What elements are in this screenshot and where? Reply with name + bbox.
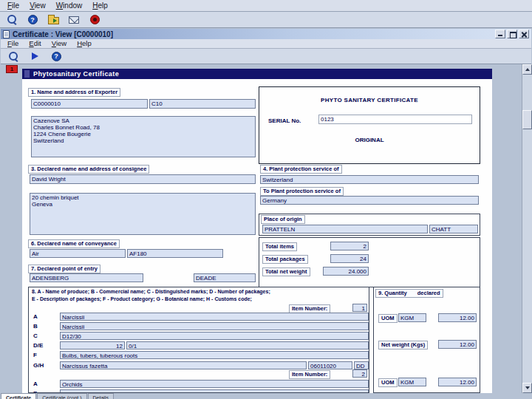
exporter-code2-field[interactable]: C10 (149, 99, 256, 109)
menu-help[interactable]: Help (72, 39, 97, 48)
close-button[interactable] (519, 30, 529, 38)
child-menubar: File Edit View Help (1, 39, 531, 49)
run-button[interactable] (27, 50, 42, 63)
tab-details[interactable]: Details (88, 393, 114, 399)
quantity-field[interactable]: 12.00 (438, 378, 477, 386)
mail-button[interactable] (66, 13, 81, 27)
certificate-form: 1. Name and address of Exporter C0000010… (22, 79, 492, 393)
record-icon (90, 15, 100, 24)
scroll-down-icon (525, 386, 530, 389)
customs-code-field[interactable]: 06011020 (308, 361, 352, 369)
menu-view[interactable]: View (47, 39, 72, 48)
total-packages-field[interactable]: 24 (330, 254, 369, 263)
consignee-name-field[interactable]: David Wright (30, 174, 256, 184)
total-items-field[interactable]: 2 (330, 242, 369, 250)
item-number-field[interactable]: 2 (352, 369, 367, 378)
conveyance-code-field[interactable]: AF180 (127, 249, 223, 258)
entry-field[interactable]: ADENSBERG (30, 273, 143, 282)
entry-code-field[interactable]: DEADE (194, 273, 256, 282)
item-number-field[interactable]: 1 (352, 304, 367, 312)
exporter-code-field[interactable]: C0000010 (31, 99, 148, 109)
menu-file[interactable]: File (2, 1, 24, 11)
total-items-label: Total items (262, 242, 297, 251)
certificate-doc-icon (3, 30, 10, 38)
scroll-down-button[interactable] (522, 383, 532, 393)
minimize-button[interactable] (495, 30, 505, 38)
protection-label: 4. Plant protection service of (260, 165, 342, 174)
packages-desc-field[interactable]: 0/1 (126, 341, 369, 349)
vertical-scrollbar[interactable] (522, 64, 532, 393)
origin-code-field[interactable]: CHATT (429, 225, 478, 233)
origin-box: Place of origin PRATTELN CHATT (259, 214, 480, 236)
form-title-bar: Phytosanitary Certificate (22, 69, 492, 79)
help-button[interactable] (25, 13, 40, 27)
serial-field[interactable]: 0123 (318, 115, 472, 124)
scrollbar-thumb[interactable] (522, 110, 532, 129)
quantity-box: 9. Quantitydeclared UOM KGM 12.00 Net we… (373, 287, 480, 393)
search-button[interactable] (6, 50, 21, 63)
tab-certificate[interactable]: Certificate (1, 393, 36, 399)
protection-field[interactable]: Switzerland (260, 175, 479, 184)
form-title: Phytosanitary Certificate (33, 70, 119, 78)
botanical-name-field[interactable]: Narcissus fazetta (60, 361, 307, 369)
total-net-weight-field[interactable]: 24.000 (323, 267, 369, 276)
produce-name-field[interactable]: Narcissii (60, 313, 369, 321)
packages-count-field[interactable]: 12 (60, 341, 125, 349)
search-icon (9, 52, 18, 61)
uom-field[interactable]: KGM (398, 378, 426, 386)
consignee-label: 3. Declared name and address of consigne… (28, 165, 149, 174)
commercial-name-field[interactable]: Narcissii (60, 322, 369, 330)
produce-box: 8. A - Name of produce; B - Commercial n… (28, 287, 369, 393)
consignee-address-field[interactable]: 20 chemin briquet Geneva (30, 193, 256, 235)
uom-field[interactable]: KGM (398, 313, 426, 322)
distinguished-marks-field[interactable]: D12/30 (60, 332, 369, 340)
record-index-tab[interactable]: 1 (6, 65, 18, 73)
menu-window[interactable]: Window (51, 1, 88, 11)
play-icon (32, 52, 38, 60)
serial-label: SERIAL No. (268, 117, 301, 124)
protection-to-label: To Plant protection service of (260, 187, 344, 196)
quantity-label-part1: 9. Quantity (378, 290, 407, 296)
mail-icon (69, 16, 79, 24)
record-button[interactable] (87, 13, 102, 27)
product-category-field[interactable]: Bulbs, tubers, tuberous roots (60, 351, 369, 359)
exporter-address-line: Charles Bonnet Road, 78 (33, 124, 253, 131)
app-menubar: File View Window Help (0, 0, 532, 12)
row-key-c: C (33, 332, 38, 339)
entry-label: 7. Declared point of entry (28, 265, 100, 273)
produce-name-field[interactable]: Orchids (60, 380, 369, 388)
uom-label: UOM (378, 378, 398, 387)
help-button[interactable] (49, 50, 64, 63)
tab-certificate-cont[interactable]: Certificate (cont.) (37, 393, 86, 399)
exporter-address-line: 1224 Chene Bougerie (33, 131, 253, 137)
bottom-tab-strip: Certificate Certificate (cont.) Details (1, 393, 114, 399)
item-number-label: Item Number: (289, 370, 330, 379)
origin-field[interactable]: PRATTELN (262, 225, 428, 233)
menu-file[interactable]: File (2, 39, 24, 48)
total-net-weight-label: Total net weight (262, 267, 310, 276)
open-button[interactable] (46, 13, 61, 27)
menu-edit[interactable]: Edit (24, 39, 46, 48)
customs-suffix-field[interactable]: DD (354, 361, 369, 369)
child-window-titlebar[interactable]: Certificate : View [C0000010] (1, 29, 531, 39)
net-weight-label: Net weight (Kgs) (378, 341, 428, 349)
totals-box: Total items 2 Total packages 24 Total ne… (259, 237, 480, 287)
menu-view[interactable]: View (24, 1, 51, 11)
menu-help[interactable]: Help (87, 1, 113, 11)
open-folder-icon (48, 17, 59, 24)
help-icon (28, 15, 38, 24)
row-key-f: F (33, 352, 37, 358)
exporter-address-field[interactable]: Cazenove SA Charles Bonnet Road, 78 1224… (31, 116, 256, 157)
search-button[interactable] (4, 13, 19, 27)
origin-label: Place of origin (261, 215, 305, 224)
scroll-up-icon (525, 68, 530, 71)
consignee-address-line: Geneva (32, 201, 253, 208)
quantity-label-part2: declared (417, 290, 440, 296)
restore-button[interactable] (507, 30, 517, 38)
net-weight-field[interactable]: 12.00 (438, 340, 477, 349)
protection-to-field[interactable]: Germany (260, 196, 479, 205)
scroll-up-button[interactable] (522, 64, 532, 75)
child-toolbar (1, 49, 531, 64)
conveyance-field[interactable]: Air (30, 249, 126, 258)
quantity-field[interactable]: 12.00 (438, 313, 477, 322)
